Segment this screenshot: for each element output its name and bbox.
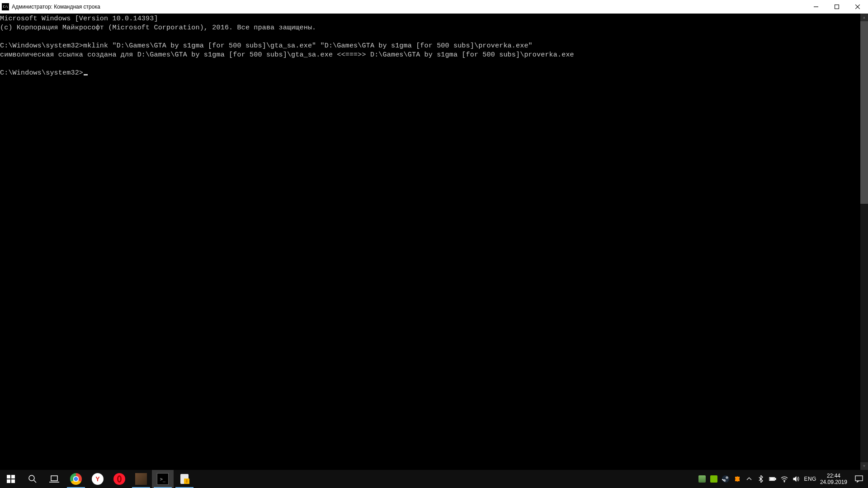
language-indicator[interactable]: ENG (804, 476, 816, 482)
svg-rect-1 (835, 5, 839, 9)
terminal[interactable]: Microsoft Windows [Version 10.0.14393] (… (0, 14, 860, 470)
clock-time: 22:44 (820, 473, 847, 479)
windows-icon (7, 475, 15, 483)
taskbar: Y >_ (0, 470, 868, 488)
svg-point-12 (722, 475, 729, 483)
titlebar[interactable]: C:\ Администратор: Командная строка (0, 0, 868, 14)
taskbar-app-game[interactable] (130, 470, 152, 488)
taskbar-app-opera[interactable] (108, 470, 130, 488)
window-title: Администратор: Командная строка (12, 4, 100, 10)
chrome-icon (70, 473, 82, 485)
chevron-up-icon (745, 475, 753, 483)
tray-battery[interactable] (769, 475, 777, 483)
cmd-taskbar-icon: >_ (157, 473, 169, 485)
taskview-button[interactable] (43, 470, 65, 488)
minimize-button[interactable] (806, 0, 826, 14)
terminal-wrap: Microsoft Windows [Version 10.0.14393] (… (0, 14, 868, 470)
puzzle-icon (734, 475, 741, 483)
cmd-window: C:\ Администратор: Командная строка Micr… (0, 0, 868, 470)
svg-rect-7 (11, 479, 15, 483)
tray-steam[interactable] (722, 475, 730, 483)
installer-icon (179, 473, 190, 485)
svg-rect-20 (855, 476, 863, 481)
terminal-line: символическая ссылка создана для D:\Game… (0, 51, 574, 59)
tray-wifi[interactable] (780, 475, 788, 483)
bluetooth-icon (757, 475, 764, 483)
tray-hidden-icons[interactable] (745, 475, 753, 483)
start-button[interactable] (0, 470, 22, 488)
wifi-icon (781, 475, 788, 483)
search-icon (28, 474, 37, 483)
terminal-prompt: C:\Windows\system32> (0, 69, 83, 77)
scroll-thumb[interactable] (860, 21, 868, 204)
terminal-line: (c) Корпорация Майкрософт (Microsoft Cor… (0, 24, 316, 32)
tray-nvidia[interactable] (710, 475, 718, 483)
scrollbar[interactable]: ▲ ▼ (860, 14, 868, 470)
tray-app-1[interactable] (698, 475, 706, 483)
svg-point-14 (727, 477, 728, 478)
svg-point-19 (784, 481, 785, 482)
taskbar-app-yandex[interactable]: Y (87, 470, 108, 488)
svg-rect-4 (7, 475, 10, 479)
tray-bluetooth[interactable] (757, 475, 765, 483)
volume-icon (793, 475, 800, 483)
steam-icon (722, 475, 729, 483)
clock[interactable]: 22:44 24.09.2019 (820, 473, 847, 485)
game-icon (135, 473, 147, 485)
svg-rect-18 (770, 478, 774, 480)
tray-app-2[interactable] (733, 475, 741, 483)
clock-date: 24.09.2019 (820, 479, 847, 485)
taskbar-app-installer[interactable] (174, 470, 195, 488)
svg-rect-6 (7, 479, 10, 483)
svg-rect-10 (51, 476, 57, 481)
titlebar-buttons (806, 0, 868, 14)
opera-icon (113, 473, 125, 485)
scroll-down-icon[interactable]: ▼ (860, 462, 868, 470)
yandex-icon: Y (92, 473, 104, 485)
cursor (84, 74, 88, 75)
svg-rect-5 (11, 475, 15, 479)
search-button[interactable] (22, 470, 43, 488)
scroll-up-icon[interactable]: ▲ (860, 14, 868, 21)
taskbar-left: Y >_ (0, 470, 195, 488)
svg-point-8 (29, 475, 34, 481)
tray-volume[interactable] (792, 475, 800, 483)
cmd-icon: C:\ (2, 3, 9, 10)
terminal-line: C:\Windows\system32>mklink "D:\Games\GTA… (0, 42, 533, 50)
notification-icon (855, 475, 863, 483)
battery-icon (769, 475, 776, 483)
maximize-button[interactable] (826, 0, 847, 14)
taskbar-app-cmd[interactable]: >_ (152, 470, 174, 488)
taskview-icon (49, 475, 59, 483)
close-button[interactable] (847, 0, 868, 14)
taskbar-app-chrome[interactable] (65, 470, 87, 488)
action-center-button[interactable] (854, 474, 864, 484)
terminal-line: Microsoft Windows [Version 10.0.14393] (0, 15, 158, 23)
titlebar-left: C:\ Администратор: Командная строка (0, 3, 100, 10)
svg-line-9 (34, 480, 36, 483)
svg-rect-17 (775, 478, 776, 480)
system-tray: ENG 22:44 24.09.2019 (696, 470, 868, 488)
cmd-icon-text: C:\ (3, 5, 8, 9)
